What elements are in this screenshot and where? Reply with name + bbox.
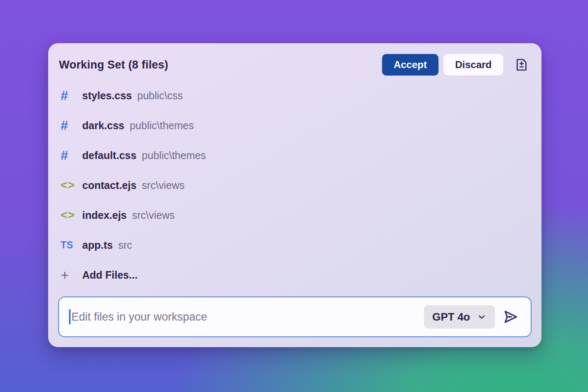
file-name: dark.css bbox=[82, 120, 124, 132]
ejs-file-icon: <> bbox=[61, 208, 75, 222]
css-file-icon-box: # bbox=[58, 148, 76, 163]
panel-title: Working Set (8 files) bbox=[59, 59, 168, 71]
text-cursor bbox=[69, 309, 71, 324]
file-path: src\views bbox=[132, 209, 175, 221]
file-name: contact.ejs bbox=[82, 179, 137, 191]
model-selector-dropdown[interactable]: GPT 4o bbox=[424, 305, 495, 328]
add-files-label: Add Files... bbox=[82, 269, 137, 281]
diff-file-icon bbox=[514, 57, 529, 73]
file-name: styles.css bbox=[82, 90, 132, 102]
ejs-file-icon: <> bbox=[61, 179, 75, 192]
chat-input-placeholder: Edit files in your workspace bbox=[71, 311, 424, 323]
plus-icon: + bbox=[61, 267, 69, 283]
file-name: default.css bbox=[82, 149, 137, 162]
file-row[interactable]: # styles.css public\css bbox=[58, 81, 532, 110]
css-file-icon: # bbox=[61, 118, 68, 133]
ejs-file-icon-box: <> bbox=[58, 179, 76, 192]
typescript-file-icon-box: TS bbox=[58, 240, 76, 251]
send-button[interactable] bbox=[498, 305, 522, 328]
file-path: public\themes bbox=[130, 120, 194, 132]
file-row[interactable]: <> index.ejs src\views bbox=[58, 200, 532, 230]
panel-header: Working Set (8 files) Accept Discard bbox=[58, 54, 532, 76]
file-row[interactable]: <> contact.ejs src\views bbox=[58, 170, 532, 200]
discard-button[interactable]: Discard bbox=[443, 54, 503, 76]
add-files-button[interactable]: + Add Files... bbox=[58, 260, 532, 290]
model-selector-label: GPT 4o bbox=[432, 311, 470, 323]
accept-button[interactable]: Accept bbox=[382, 54, 439, 76]
view-diff-button[interactable] bbox=[512, 54, 532, 76]
file-row[interactable]: # default.css public\themes bbox=[58, 140, 532, 170]
file-path: public\css bbox=[137, 90, 183, 102]
css-file-icon: # bbox=[61, 148, 68, 163]
typescript-file-icon: TS bbox=[61, 240, 73, 251]
file-path: public\themes bbox=[142, 149, 206, 162]
ejs-file-icon-box: <> bbox=[58, 208, 76, 222]
working-set-panel: Working Set (8 files) Accept Discard # bbox=[48, 43, 541, 347]
file-rows: # styles.css public\css # dark.css publi… bbox=[58, 81, 532, 260]
css-file-icon-box: # bbox=[58, 88, 76, 103]
send-icon bbox=[502, 308, 519, 326]
chat-input-box[interactable]: Edit files in your workspace GPT 4o bbox=[58, 296, 532, 337]
file-path: src bbox=[118, 239, 132, 251]
file-name: index.ejs bbox=[82, 209, 127, 221]
file-name: app.ts bbox=[82, 239, 113, 251]
chevron-down-icon bbox=[477, 312, 487, 322]
file-row[interactable]: TS app.ts src bbox=[58, 230, 532, 260]
css-file-icon-box: # bbox=[58, 118, 76, 133]
css-file-icon: # bbox=[61, 88, 68, 103]
file-path: src\views bbox=[142, 179, 185, 191]
header-actions: Accept Discard bbox=[382, 54, 532, 76]
working-set-file-list: # styles.css public\css # dark.css publi… bbox=[58, 81, 532, 290]
file-row[interactable]: # dark.css public\themes bbox=[58, 110, 532, 140]
